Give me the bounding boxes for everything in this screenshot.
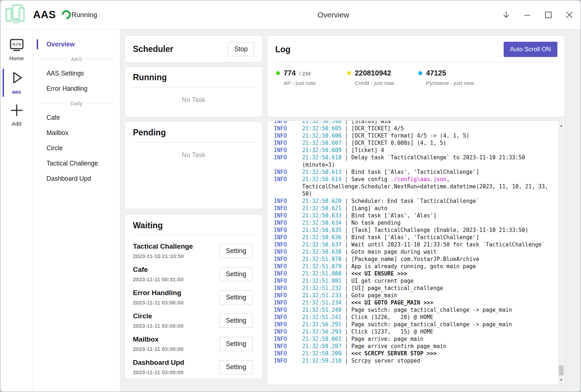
home-code-monitor-icon: </> <box>9 38 24 54</box>
log-timestamp: 21:32:50.636 <box>302 234 341 241</box>
scrollbar-thumb[interactable] <box>559 366 564 375</box>
log-separator: | <box>341 314 351 320</box>
nav-item-error-handling[interactable]: Error Handling <box>33 81 120 96</box>
log-level: INFO <box>274 226 302 234</box>
log-separator: | <box>341 263 351 270</box>
log-entry: INFO21:32:56.291 | Page switch: page_tac… <box>274 321 556 328</box>
log-level: INFO <box>274 234 302 241</box>
task-setting-button[interactable]: Setting <box>219 290 253 305</box>
log-scrollbar[interactable]: ▲ ▼ <box>558 121 564 384</box>
stat-dot-icon <box>418 71 422 75</box>
log-message: [OCR_TICKET] 4/5 <box>351 125 404 132</box>
log-separator: | <box>341 205 351 212</box>
log-separator: | <box>341 212 351 219</box>
log-separator: | <box>341 241 351 248</box>
log-timestamp: 21:32:51.081 <box>302 278 341 284</box>
log-title: Log <box>275 45 290 54</box>
log-separator: | <box>341 307 351 313</box>
log-timestamp: 21:32:59.207 <box>302 343 341 350</box>
nav-section-divider: AAS <box>33 52 120 66</box>
log-entry: INFO21:32:50.614 | Save config ./config\… <box>274 176 556 197</box>
log-timestamp: 21:32:50.621 <box>302 205 341 212</box>
nav-item-mailbox[interactable]: Mailbox <box>33 125 120 140</box>
log-timestamp: 21:32:50.638 <box>302 249 341 255</box>
waiting-task-name: Cafe <box>133 266 183 274</box>
log-message: [OCR_TICKET format] 4/5 -> (4, 1, 5) <box>351 132 469 139</box>
log-level: INFO <box>274 321 302 328</box>
task-setting-button[interactable]: Setting <box>219 314 253 328</box>
log-separator: | <box>341 350 351 357</box>
log-entry: INFO21:32:50.635 | [Task] TacticalChalle… <box>274 226 556 234</box>
scroll-down-icon[interactable]: ▼ <box>558 377 564 383</box>
rail-item-home[interactable]: </> Home <box>0 36 33 65</box>
waiting-task-row: Mailbox2023-11-11 03:00:00Setting <box>125 332 262 355</box>
waiting-task-row: Error Handling2023-11-11 03:00:00Setting <box>125 286 262 309</box>
log-separator: | <box>341 125 351 132</box>
rail-item-aas[interactable]: aas <box>0 67 33 98</box>
rail-item-add[interactable]: Add <box>0 101 33 130</box>
log-entry: INFO21:32:50.634 | No task pending <box>274 219 556 226</box>
log-message: [Lang] auto <box>351 205 387 212</box>
log-message: [OCR_TICKET 0.008s] (4, 1, 5) <box>351 140 446 146</box>
log-level: INFO <box>274 314 302 321</box>
log-level: INFO <box>274 219 302 226</box>
log-level: INFO <box>274 270 302 277</box>
svg-text:</>: </> <box>12 41 21 47</box>
app-window: AAS Running Overview <box>0 0 581 392</box>
log-timestamp: 21:32:50.614 <box>302 176 341 183</box>
log-timestamp: 21:32:50.613 <box>302 169 341 175</box>
update-download-icon[interactable] <box>501 9 512 20</box>
log-entry: INFO21:32:50.610 | Delay task `TacticalC… <box>274 154 556 168</box>
running-title: Running <box>125 67 262 87</box>
nav-section-label: AAS <box>71 56 82 62</box>
log-level: INFO <box>274 241 302 248</box>
log-timestamp: 21:32:59.001 <box>302 336 341 342</box>
waiting-task-row: Circle2023-11-11 03:00:00Setting <box>125 309 262 332</box>
log-separator: | <box>341 270 351 277</box>
stat-extra: / 234 <box>299 71 310 77</box>
scroll-up-icon[interactable]: ▲ <box>558 122 564 129</box>
waiting-task-next-run: 2023-11-10 21:33:50 <box>133 253 193 259</box>
icon-rail: </> Home aas <box>0 29 33 392</box>
log-message: Click (1237, 15) @ HOME <box>351 328 433 335</box>
log-entry: INFO21:32:50.636 | Bind task ['Alas', 'T… <box>274 234 556 241</box>
minimize-icon[interactable] <box>522 9 533 20</box>
log-timestamp: 21:32:51.079 <box>302 263 341 270</box>
log-timestamp: 21:32:56.291 <box>302 321 341 328</box>
log-separator: | <box>341 198 351 204</box>
task-setting-button[interactable]: Setting <box>219 360 253 374</box>
nav-item-aas-settings[interactable]: AAS Settings <box>33 66 120 81</box>
stop-button[interactable]: Stop <box>228 42 254 56</box>
stat-label: Credit - just now <box>355 80 418 86</box>
log-entry: INFO21:32:51.240 | Page switch: page_tac… <box>274 306 556 314</box>
waiting-task-name: Circle <box>133 312 183 320</box>
log-separator: | <box>341 249 351 255</box>
log-entry: INFO21:32:50.609 | [Ticket] 4 <box>274 147 556 154</box>
nav-item-overview[interactable]: Overview <box>33 37 120 52</box>
running-empty-text: No Task <box>125 87 262 104</box>
log-level: INFO <box>274 168 302 176</box>
task-setting-button[interactable]: Setting <box>219 337 253 351</box>
stat-label: Pyroxene - just now <box>426 80 489 86</box>
log-level: INFO <box>274 248 302 256</box>
nav-item-cafe[interactable]: Cafe <box>33 110 120 125</box>
log-entry: INFO21:32:51.232 | [UI] page_tactical_ch… <box>274 285 556 292</box>
task-setting-button[interactable]: Setting <box>219 267 253 281</box>
task-setting-button[interactable]: Setting <box>219 244 253 258</box>
nav-item-tactical-challenge[interactable]: Tactical Challenge <box>33 156 120 171</box>
nav-item-circle[interactable]: Circle <box>33 140 120 156</box>
maximize-icon[interactable] <box>543 9 554 20</box>
log-entry: INFO21:32:51.241 | Click (1226, 28) @ HO… <box>274 314 556 321</box>
log-message: Bind task ['Alas', 'TacticalChallenge'] <box>351 234 479 241</box>
auto-scroll-button[interactable]: Auto Scroll ON <box>504 42 557 57</box>
log-message: [Status] WIN <box>351 121 390 124</box>
close-icon[interactable] <box>564 9 575 20</box>
nav-item-dashboard-upd[interactable]: Dashboard Upd <box>33 171 120 186</box>
stat-block: 774/ 234AP - just now <box>276 69 347 86</box>
log-separator: | <box>341 176 351 183</box>
log-timestamp: 21:32:51.078 <box>302 256 341 262</box>
log-separator: | <box>341 154 351 161</box>
log-separator: | <box>341 256 351 262</box>
log-entry: INFO21:32:59.210 | Scrcpy server stopped <box>274 357 556 364</box>
log-console[interactable]: INFO21:32:50.598 | [Status] WININFO21:32… <box>267 121 565 385</box>
